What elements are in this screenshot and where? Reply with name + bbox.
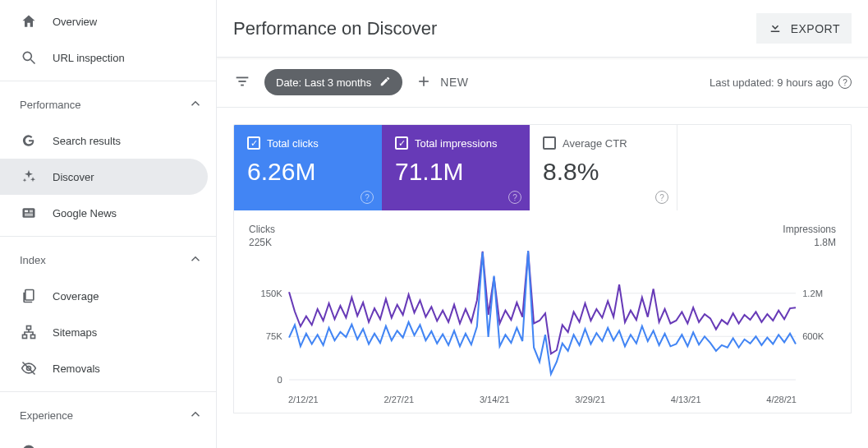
- metric-clicks-label: Total clicks: [267, 137, 319, 150]
- news-icon: [20, 204, 38, 222]
- section-performance[interactable]: Performance: [0, 86, 216, 122]
- last-updated-text: Last updated: 9 hours ago: [710, 76, 834, 89]
- export-button[interactable]: EXPORT: [756, 13, 852, 44]
- svg-rect-10: [23, 335, 27, 338]
- help-icon[interactable]: ?: [508, 191, 521, 204]
- svg-text:75K: 75K: [266, 331, 283, 341]
- pages-icon: [20, 287, 38, 305]
- content-area: Total clicks 6.26M ? Total impressions 7…: [217, 108, 868, 430]
- nav-page-experience-label: Page Experience: [53, 446, 134, 449]
- filter-bar: Date: Last 3 months NEW Last updated: 9 …: [217, 58, 868, 108]
- svg-rect-11: [31, 335, 35, 338]
- divider: [0, 391, 216, 392]
- nav-removals-label: Removals: [53, 363, 100, 375]
- chart[interactable]: 075K600K150K1.2M: [249, 250, 836, 390]
- metric-clicks-value: 6.26M: [247, 158, 369, 186]
- chevron-up-icon: [188, 407, 203, 424]
- svg-line-1: [31, 60, 35, 64]
- plus-icon: [416, 73, 432, 92]
- svg-rect-7: [25, 215, 33, 216]
- section-index-label: Index: [20, 254, 46, 266]
- svg-point-14: [23, 446, 35, 449]
- search-icon: [20, 48, 38, 67]
- svg-rect-6: [25, 214, 33, 215]
- last-updated: Last updated: 9 hours ago ?: [710, 76, 852, 89]
- divider: [0, 236, 216, 237]
- svg-rect-3: [25, 210, 28, 212]
- svg-text:0: 0: [278, 375, 282, 385]
- filter-icon[interactable]: [233, 72, 251, 93]
- download-icon: [768, 20, 783, 37]
- eye-off-icon: [20, 359, 38, 377]
- checkbox-unchecked-icon: [543, 136, 556, 150]
- x-label-0: 2/12/21: [288, 395, 319, 404]
- nav-url-inspection-label: URL inspection: [53, 52, 125, 64]
- help-icon[interactable]: ?: [361, 191, 374, 204]
- metric-clicks[interactable]: Total clicks 6.26M ?: [234, 125, 382, 210]
- new-filter-label: NEW: [440, 76, 468, 89]
- svg-rect-5: [30, 211, 33, 212]
- export-label: EXPORT: [791, 22, 840, 35]
- nav-coverage-label: Coverage: [53, 290, 99, 303]
- sparkle-icon: [20, 168, 38, 186]
- nav-sitemaps[interactable]: Sitemaps: [0, 314, 208, 350]
- help-icon[interactable]: ?: [655, 191, 668, 204]
- nav-removals[interactable]: Removals: [0, 350, 208, 386]
- x-label-4: 4/13/21: [671, 395, 701, 404]
- plus-circle-icon: [20, 442, 38, 448]
- metric-impressions-label: Total impressions: [415, 137, 497, 150]
- nav-sitemaps-label: Sitemaps: [53, 326, 97, 339]
- nav-google-news-label: Google News: [53, 207, 117, 219]
- sidebar[interactable]: Overview URL inspection Performance Sear…: [0, 0, 217, 448]
- x-axis-labels: 2/12/21 2/27/21 3/14/21 3/29/21 4/13/21 …: [249, 390, 836, 404]
- nav-search-results[interactable]: Search results: [0, 122, 208, 159]
- google-g-icon: [20, 132, 38, 150]
- section-index[interactable]: Index: [0, 242, 216, 278]
- svg-text:150K: 150K: [261, 289, 283, 298]
- metric-ctr-label: Average CTR: [563, 137, 627, 150]
- left-axis-label: Clicks: [249, 224, 275, 235]
- svg-text:1.2M: 1.2M: [802, 289, 823, 298]
- right-tick-0: 1.8M: [814, 237, 836, 248]
- nav-url-inspection[interactable]: URL inspection: [0, 39, 208, 76]
- metric-impressions[interactable]: Total impressions 71.1M ?: [382, 125, 530, 210]
- page-title: Performance on Discover: [233, 18, 437, 39]
- svg-point-0: [23, 52, 31, 60]
- new-filter-button[interactable]: NEW: [416, 73, 468, 92]
- nav-search-results-label: Search results: [53, 135, 121, 147]
- section-experience[interactable]: Experience: [0, 397, 216, 433]
- svg-rect-9: [27, 326, 31, 330]
- nav-page-experience[interactable]: Page Experience: [0, 433, 208, 448]
- section-performance-label: Performance: [20, 99, 80, 111]
- date-filter-chip[interactable]: Date: Last 3 months: [264, 69, 402, 95]
- x-label-2: 3/14/21: [480, 395, 510, 404]
- x-label-1: 2/27/21: [383, 395, 414, 404]
- nav-coverage[interactable]: Coverage: [0, 278, 208, 314]
- chevron-up-icon: [188, 252, 203, 269]
- help-icon[interactable]: ?: [838, 76, 852, 89]
- section-experience-label: Experience: [20, 409, 73, 422]
- x-label-3: 3/29/21: [575, 395, 605, 404]
- nav-discover[interactable]: Discover: [0, 159, 208, 195]
- divider: [0, 81, 216, 81]
- metrics-row: Total clicks 6.26M ? Total impressions 7…: [233, 124, 852, 210]
- metric-impressions-value: 71.1M: [395, 158, 517, 186]
- checkbox-checked-icon: [247, 136, 260, 150]
- nav-overview[interactable]: Overview: [0, 3, 208, 39]
- left-tick-0: 225K: [249, 237, 272, 248]
- sitemap-icon: [20, 323, 38, 341]
- svg-text:600K: 600K: [802, 331, 824, 341]
- main-content: Performance on Discover EXPORT Date: Las…: [217, 0, 868, 448]
- svg-rect-4: [30, 210, 33, 211]
- svg-rect-8: [25, 290, 34, 301]
- pencil-icon: [379, 76, 391, 90]
- chart-container: Clicks Impressions 225K 1.8M 075K600K150…: [233, 210, 852, 413]
- page-header: Performance on Discover EXPORT: [217, 0, 868, 58]
- metric-ctr[interactable]: Average CTR 8.8% ?: [530, 125, 677, 210]
- nav-overview-label: Overview: [53, 16, 97, 28]
- checkbox-checked-icon: [395, 136, 408, 150]
- chevron-up-icon: [188, 96, 203, 113]
- nav-discover-label: Discover: [53, 171, 94, 183]
- date-filter-label: Date: Last 3 months: [276, 76, 371, 89]
- nav-google-news[interactable]: Google News: [0, 195, 208, 231]
